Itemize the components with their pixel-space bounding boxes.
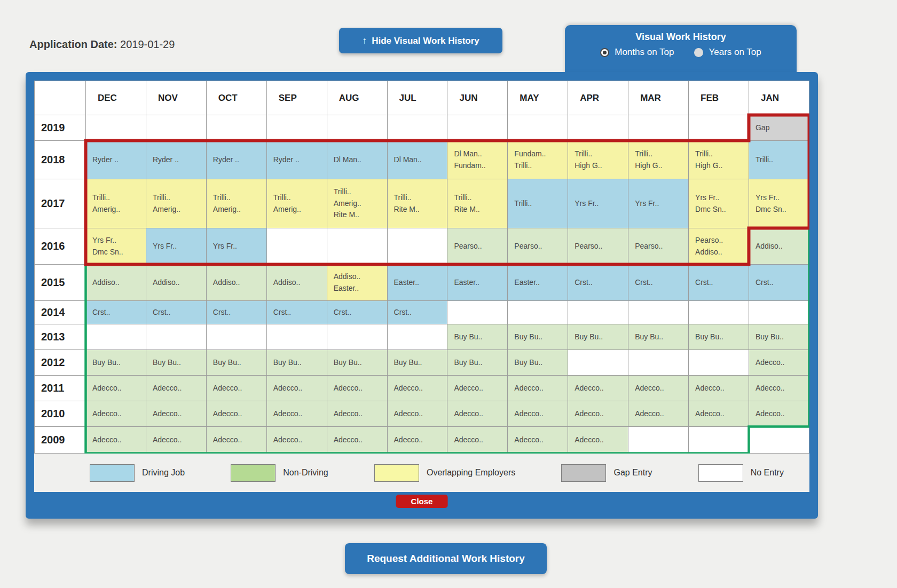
grid-cell-2012-aug[interactable]: Buy Bu.. (327, 350, 387, 376)
grid-cell-2018-oct[interactable]: Ryder .. (206, 141, 266, 179)
grid-cell-2017-nov[interactable]: Trilli..Amerig.. (146, 179, 206, 228)
grid-cell-2015-jan[interactable]: Crst.. (749, 265, 809, 301)
grid-cell-2014-sep[interactable]: Crst.. (266, 301, 327, 324)
grid-cell-2012-sep[interactable]: Buy Bu.. (266, 350, 327, 376)
grid-cell-2017-oct[interactable]: Trilli..Amerig.. (206, 179, 266, 228)
grid-cell-2010-jan[interactable]: Adecco.. (749, 401, 809, 427)
close-button[interactable]: Close (396, 495, 448, 508)
grid-cell-2017-may[interactable]: Trilli.. (508, 179, 568, 228)
grid-cell-2016-dec[interactable]: Yrs Fr..Dmc Sn.. (86, 228, 146, 265)
grid-cell-2011-sep[interactable]: Adecco.. (266, 376, 327, 401)
grid-cell-2011-dec[interactable]: Adecco.. (86, 376, 146, 401)
grid-cell-2016-feb[interactable]: Pearso..Addiso.. (689, 228, 749, 265)
grid-cell-2009-apr[interactable]: Adecco.. (568, 427, 628, 454)
grid-cell-2010-oct[interactable]: Adecco.. (206, 401, 266, 427)
grid-cell-2011-jan[interactable]: Adecco.. (749, 376, 809, 401)
grid-cell-2015-sep[interactable]: Addiso.. (266, 265, 327, 301)
grid-cell-2015-may[interactable]: Easter.. (508, 265, 568, 301)
request-additional-work-history-button[interactable]: Request Additional Work History (345, 543, 547, 574)
grid-cell-2016-mar[interactable]: Pearso.. (628, 228, 689, 265)
grid-cell-2017-dec[interactable]: Trilli..Amerig.. (86, 179, 146, 228)
grid-cell-2010-sep[interactable]: Adecco.. (266, 401, 327, 427)
grid-cell-2010-jun[interactable]: Adecco.. (447, 401, 508, 427)
grid-cell-2015-jul[interactable]: Easter.. (387, 265, 447, 301)
radio-unselected-icon[interactable] (694, 48, 703, 57)
grid-cell-2010-nov[interactable]: Adecco.. (146, 401, 206, 427)
grid-cell-2016-oct[interactable]: Yrs Fr.. (206, 228, 266, 265)
grid-cell-2010-dec[interactable]: Adecco.. (86, 401, 146, 427)
grid-cell-2018-nov[interactable]: Ryder .. (146, 141, 206, 179)
grid-cell-2015-dec[interactable]: Addiso.. (86, 265, 146, 301)
grid-cell-2014-oct[interactable]: Crst.. (206, 301, 266, 324)
grid-cell-2013-apr[interactable]: Buy Bu.. (568, 324, 628, 350)
grid-cell-2018-sep[interactable]: Ryder .. (266, 141, 327, 179)
grid-cell-2016-nov[interactable]: Yrs Fr.. (146, 228, 206, 265)
grid-cell-2010-aug[interactable]: Adecco.. (327, 401, 387, 427)
grid-cell-2015-oct[interactable]: Addiso.. (206, 265, 266, 301)
radio-years-on-top[interactable]: Years on Top (694, 47, 761, 58)
grid-cell-2017-jul[interactable]: Trilli..Rite M.. (387, 179, 447, 228)
grid-cell-2018-apr[interactable]: Trilli..High G.. (568, 141, 628, 179)
grid-cell-2017-feb[interactable]: Yrs Fr..Dmc Sn.. (689, 179, 749, 228)
grid-cell-2011-nov[interactable]: Adecco.. (146, 376, 206, 401)
grid-cell-2016-jan[interactable]: Addiso.. (749, 228, 809, 265)
grid-cell-2017-aug[interactable]: Trilli..Amerig..Rite M.. (327, 179, 387, 228)
grid-cell-2019-jan[interactable]: Gap (749, 115, 809, 141)
grid-cell-2013-feb[interactable]: Buy Bu.. (689, 324, 749, 350)
grid-cell-2014-nov[interactable]: Crst.. (146, 301, 206, 324)
grid-cell-2016-may[interactable]: Pearso.. (508, 228, 568, 265)
grid-cell-2012-may[interactable]: Buy Bu.. (508, 350, 568, 376)
grid-cell-2018-may[interactable]: Fundam..Trilli.. (508, 141, 568, 179)
grid-cell-2017-mar[interactable]: Yrs Fr.. (628, 179, 689, 228)
grid-cell-2012-nov[interactable]: Buy Bu.. (146, 350, 206, 376)
grid-cell-2011-mar[interactable]: Adecco.. (628, 376, 689, 401)
grid-cell-2018-mar[interactable]: Trilli..High G.. (628, 141, 689, 179)
grid-cell-2018-aug[interactable]: Dl Man.. (327, 141, 387, 179)
grid-cell-2011-jun[interactable]: Adecco.. (447, 376, 508, 401)
grid-cell-2009-aug[interactable]: Adecco.. (327, 427, 387, 454)
grid-cell-2015-mar[interactable]: Crst.. (628, 265, 689, 301)
grid-cell-2009-jun[interactable]: Adecco.. (447, 427, 508, 454)
radio-selected-icon[interactable] (600, 48, 609, 57)
grid-cell-2009-oct[interactable]: Adecco.. (206, 427, 266, 454)
grid-cell-2011-oct[interactable]: Adecco.. (206, 376, 266, 401)
grid-cell-2016-jun[interactable]: Pearso.. (447, 228, 508, 265)
grid-cell-2017-sep[interactable]: Trilli..Amerig.. (266, 179, 327, 228)
grid-cell-2009-nov[interactable]: Adecco.. (146, 427, 206, 454)
grid-cell-2017-jun[interactable]: Trilli..Rite M.. (447, 179, 508, 228)
grid-cell-2009-sep[interactable]: Adecco.. (266, 427, 327, 454)
grid-cell-2011-aug[interactable]: Adecco.. (327, 376, 387, 401)
grid-cell-2014-jul[interactable]: Crst.. (387, 301, 447, 324)
grid-cell-2018-dec[interactable]: Ryder .. (86, 141, 146, 179)
grid-cell-2010-mar[interactable]: Adecco.. (628, 401, 689, 427)
grid-cell-2015-feb[interactable]: Crst.. (689, 265, 749, 301)
grid-cell-2018-jun[interactable]: Dl Man..Fundam.. (447, 141, 508, 179)
grid-cell-2012-oct[interactable]: Buy Bu.. (206, 350, 266, 376)
grid-cell-2009-dec[interactable]: Adecco.. (86, 427, 146, 454)
hide-visual-work-history-button[interactable]: ↑Hide Visual Work History (339, 28, 502, 53)
grid-cell-2010-jul[interactable]: Adecco.. (387, 401, 447, 427)
grid-cell-2012-jul[interactable]: Buy Bu.. (387, 350, 447, 376)
grid-cell-2014-aug[interactable]: Crst.. (327, 301, 387, 324)
grid-cell-2014-dec[interactable]: Crst.. (86, 301, 146, 324)
grid-cell-2010-apr[interactable]: Adecco.. (568, 401, 628, 427)
grid-cell-2017-jan[interactable]: Yrs Fr..Dmc Sn.. (749, 179, 809, 228)
grid-cell-2018-jan[interactable]: Trilli.. (749, 141, 809, 179)
grid-cell-2018-feb[interactable]: Trilli..High G.. (689, 141, 749, 179)
grid-cell-2017-apr[interactable]: Yrs Fr.. (568, 179, 628, 228)
grid-cell-2015-nov[interactable]: Addiso.. (146, 265, 206, 301)
grid-cell-2015-aug[interactable]: Addiso..Easter.. (327, 265, 387, 301)
grid-cell-2011-apr[interactable]: Adecco.. (568, 376, 628, 401)
grid-cell-2009-jul[interactable]: Adecco.. (387, 427, 447, 454)
radio-months-on-top[interactable]: Months on Top (600, 47, 674, 58)
grid-cell-2011-feb[interactable]: Adecco.. (689, 376, 749, 401)
grid-cell-2011-jul[interactable]: Adecco.. (387, 376, 447, 401)
grid-cell-2011-may[interactable]: Adecco.. (508, 376, 568, 401)
grid-cell-2012-jan[interactable]: Adecco.. (749, 350, 809, 376)
grid-cell-2015-jun[interactable]: Easter.. (447, 265, 508, 301)
grid-cell-2012-jun[interactable]: Buy Bu.. (447, 350, 508, 376)
grid-cell-2015-apr[interactable]: Crst.. (568, 265, 628, 301)
grid-cell-2013-mar[interactable]: Buy Bu.. (628, 324, 689, 350)
grid-cell-2009-may[interactable]: Adecco.. (508, 427, 568, 454)
grid-cell-2018-jul[interactable]: Dl Man.. (387, 141, 447, 179)
